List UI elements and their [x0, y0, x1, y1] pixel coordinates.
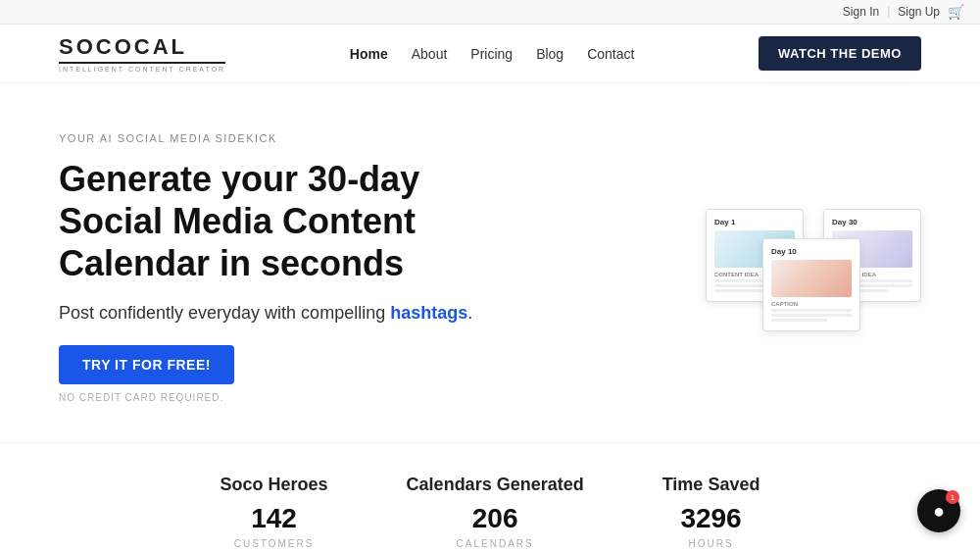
hero-try-button[interactable]: TRY IT FOR FREE! [59, 345, 234, 384]
chat-icon: ● [933, 500, 945, 523]
stat-calendars-number: 206 [407, 503, 584, 534]
divider: | [887, 5, 890, 19]
hero-no-credit: NO CREDIT CARD REQUIRED. [59, 392, 510, 403]
nav-blog[interactable]: Blog [536, 46, 564, 62]
chat-bubble[interactable]: ● 1 [917, 489, 960, 532]
stat-soco-heroes-number: 142 [220, 503, 328, 534]
stat-soco-heroes-unit: CUSTOMERS [220, 538, 328, 549]
cal-card-day10-header: Day 10 [771, 247, 852, 256]
chat-badge: 1 [946, 490, 959, 504]
cal-card-day10-text [771, 309, 852, 322]
stat-time-saved-unit: HOURS [662, 538, 760, 549]
hero-section: YOUR AI SOCIAL MEDIA SIDEKICK Generate y… [0, 83, 980, 442]
watch-demo-button[interactable]: WATCH THE DEMO [759, 36, 921, 71]
cal-card-day30-header: Day 30 [832, 218, 912, 226]
hero-calendar-mockup: Day 1 Content idea Day 30 Content idea D… [706, 209, 921, 326]
hero-subtitle-dot: . [467, 303, 472, 323]
stat-soco-heroes-label: Soco Heroes [220, 475, 328, 495]
nav-links: Home About Pricing Blog Contact [350, 46, 635, 62]
hero-hashtags-link[interactable]: hashtags [390, 303, 467, 323]
signin-link[interactable]: Sign In [843, 5, 879, 19]
stat-time-saved-number: 3296 [662, 503, 760, 534]
stat-time-saved: Time Saved 3296 HOURS [662, 475, 760, 549]
nav-about[interactable]: About [412, 46, 448, 62]
cal-card-day10-image [771, 260, 852, 297]
top-bar: Sign In | Sign Up 🛒 [0, 0, 980, 25]
stat-calendars-unit: CALENDARS [407, 538, 584, 549]
logo: SOCOCAL INTELLIGENT CONTENT CREATOR [59, 34, 225, 73]
nav-pricing[interactable]: Pricing [470, 46, 513, 62]
logo-text: SOCOCAL [59, 34, 187, 60]
navbar: SOCOCAL INTELLIGENT CONTENT CREATOR Home… [0, 25, 980, 83]
hero-subtitle-pre: Post confidently everyday with compellin… [59, 303, 390, 323]
stat-calendars-label: Calendars Generated [407, 475, 584, 495]
logo-sub: INTELLIGENT CONTENT CREATOR [59, 66, 225, 73]
hero-content: YOUR AI SOCIAL MEDIA SIDEKICK Generate y… [59, 132, 510, 403]
hero-eyebrow: YOUR AI SOCIAL MEDIA SIDEKICK [59, 132, 510, 144]
cal-card-day10-label: Caption [771, 301, 852, 307]
stat-soco-heroes: Soco Heroes 142 CUSTOMERS [220, 475, 328, 549]
nav-contact[interactable]: Contact [587, 46, 634, 62]
hero-title: Generate your 30-day Social Media Conten… [59, 158, 510, 285]
hero-subtitle: Post confidently everyday with compellin… [59, 303, 510, 324]
stat-calendars-generated: Calendars Generated 206 CALENDARS [407, 475, 584, 549]
signup-link[interactable]: Sign Up [898, 5, 940, 19]
nav-home[interactable]: Home [350, 46, 388, 62]
stat-time-saved-label: Time Saved [662, 475, 760, 495]
cal-card-day1-header: Day 1 [714, 218, 795, 226]
cart-icon[interactable]: 🛒 [948, 4, 964, 20]
stats-section: Soco Heroes 142 CUSTOMERS Calendars Gene… [0, 442, 980, 552]
logo-line [59, 62, 225, 64]
cal-card-day10: Day 10 Caption [762, 238, 860, 331]
